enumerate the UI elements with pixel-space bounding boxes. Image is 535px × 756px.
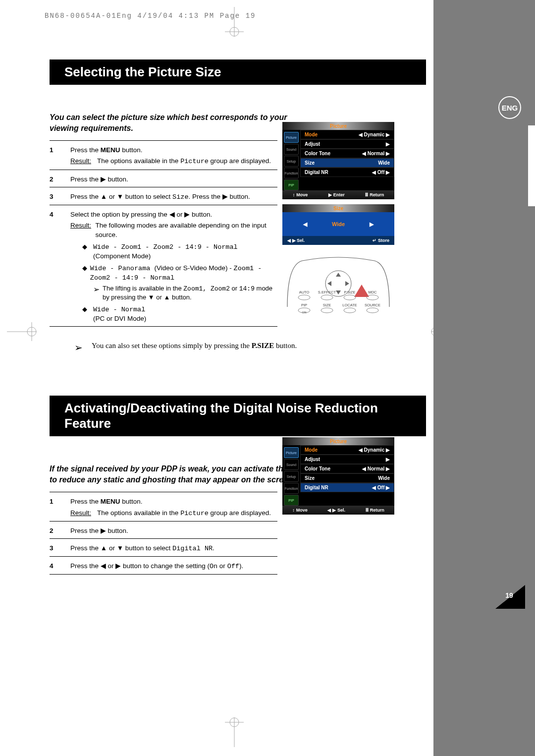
- svg-text:MDC: MDC: [368, 290, 377, 294]
- osd-foot-sel: ◀ ▶Sel.: [327, 508, 345, 513]
- left-arrow-icon: ◀: [303, 221, 307, 228]
- rule: [50, 140, 277, 141]
- language-badge: ENG: [498, 96, 521, 119]
- step: 1Press the MENU button.Result:The option…: [50, 497, 277, 518]
- rule: [50, 326, 277, 327]
- osd-tab-picture: Picture: [284, 132, 299, 143]
- svg-text:SIZE: SIZE: [323, 303, 331, 307]
- right-sidebar: ENG 19: [433, 0, 535, 756]
- svg-point-30: [321, 308, 333, 313]
- svg-marker-16: [327, 281, 331, 286]
- svg-text:P.SIZE: P.SIZE: [344, 290, 356, 294]
- rule: [50, 205, 277, 205]
- osd-picture-menu-nr: Picture PictureSoundSetupFunctionPIP Mod…: [282, 437, 394, 515]
- rule: [50, 492, 277, 492]
- svg-text:ON: ON: [302, 311, 307, 314]
- svg-text:PIP: PIP: [301, 303, 307, 307]
- osd-tab-setup: Setup: [284, 471, 299, 482]
- osd-foot-return: ⅢReturn: [365, 192, 384, 197]
- tip-psize: ➢ You can also set these options simply …: [74, 342, 322, 353]
- right-arrow-icon: ▶: [370, 221, 374, 228]
- osd-title: Size: [282, 204, 394, 212]
- svg-point-24: [344, 295, 356, 300]
- svg-marker-14: [336, 273, 341, 277]
- osd-row: Color Tone◀ Normal ▶: [300, 464, 394, 473]
- rule: [50, 556, 277, 557]
- svg-text:LOCATE: LOCATE: [342, 303, 357, 307]
- osd-size-value: Wide: [332, 221, 345, 227]
- osd-foot-store: ↵ Store: [373, 238, 389, 243]
- svg-text:S.EFFECT: S.EFFECT: [318, 290, 336, 294]
- side-edge-cutout: [528, 125, 535, 206]
- cropmark-left: [7, 317, 37, 348]
- osd-picture-menu-size: Picture PictureSoundSetupFunctionPIP Mod…: [282, 122, 394, 199]
- osd-row: Color Tone◀ Normal ▶: [300, 149, 394, 158]
- rule: [50, 538, 277, 539]
- osd-tab-sound: Sound: [284, 459, 299, 470]
- svg-marker-17: [345, 281, 349, 286]
- osd-foot-return: ⅢReturn: [366, 508, 384, 513]
- osd-tab-pip: PIP: [284, 495, 299, 506]
- svg-marker-15: [336, 291, 341, 294]
- section-title-digital-nr: Activating/Deactivating the Digital Nois…: [50, 396, 426, 436]
- svg-point-32: [344, 308, 356, 313]
- osd-row: SizeWide: [300, 473, 394, 483]
- step: 4Press the ◀ or ▶ button to change the s…: [50, 562, 277, 571]
- osd-tab-sound: Sound: [284, 144, 299, 155]
- remote-diagram: AUTO S.EFFECT P.SIZE MDC PIP SIZE LOCATE…: [282, 255, 394, 314]
- osd-row: Adjust▶: [300, 455, 394, 464]
- rule: [50, 574, 277, 575]
- osd-row: Mode◀ Dynamic ▶: [300, 130, 394, 139]
- osd-title: Picture: [282, 122, 394, 130]
- osd-foot-move: ↕Move: [293, 192, 308, 197]
- rule: [50, 170, 277, 170]
- osd-foot-move: ↕Move: [292, 508, 308, 513]
- osd-tab-setup: Setup: [284, 156, 299, 167]
- osd-row: Adjust▶: [300, 139, 394, 149]
- svg-marker-18: [354, 285, 369, 297]
- osd-foot-enter: ▶Enter: [328, 192, 345, 197]
- tip-arrow-icon: ➢: [74, 342, 83, 353]
- rule: [50, 187, 277, 187]
- svg-point-34: [367, 308, 378, 313]
- svg-point-22: [321, 295, 333, 300]
- osd-title: Picture: [282, 437, 394, 445]
- osd-row: SizeWide: [300, 158, 394, 168]
- osd-tab-function: Function: [284, 168, 299, 178]
- osd-tab-pip: PIP: [284, 179, 299, 190]
- osd-tab-picture: Picture: [284, 447, 299, 458]
- step: 3Press the ▲ or ▼ button to select Size.…: [50, 192, 277, 202]
- step: 2Press the ▶ button.: [50, 526, 277, 535]
- osd-row: Digital NR◀ Off ▶: [300, 168, 394, 177]
- cropmark-bottom: [220, 717, 249, 749]
- osd-tab-function: Function: [284, 483, 299, 494]
- osd-foot-sel: ◀ ▶ Sel.: [287, 238, 305, 243]
- section-title-picture-size: Selecting the Picture Size: [50, 59, 426, 85]
- page-number: 19: [499, 588, 519, 602]
- step: 1Press the MENU button.Result:The option…: [50, 146, 277, 166]
- step: 4Select the option by pressing the ◀ or …: [50, 210, 277, 323]
- step: 3Press the ▲ or ▼ button to select Digit…: [50, 544, 277, 553]
- svg-text:AUTO: AUTO: [299, 290, 310, 294]
- svg-point-26: [367, 295, 378, 300]
- step: 2Press the ▶ button.: [50, 175, 277, 184]
- osd-row: Mode◀ Dynamic ▶: [300, 445, 394, 455]
- osd-size-popup: Size ◀ Wide ▶ ◀ ▶ Sel. ↵ Store: [282, 204, 394, 245]
- osd-row: Digital NR◀ Off ▶: [300, 483, 394, 492]
- cropmark-top: [220, 7, 249, 39]
- rule: [50, 521, 277, 522]
- svg-text:SOURCE: SOURCE: [365, 303, 380, 307]
- svg-point-20: [298, 295, 310, 300]
